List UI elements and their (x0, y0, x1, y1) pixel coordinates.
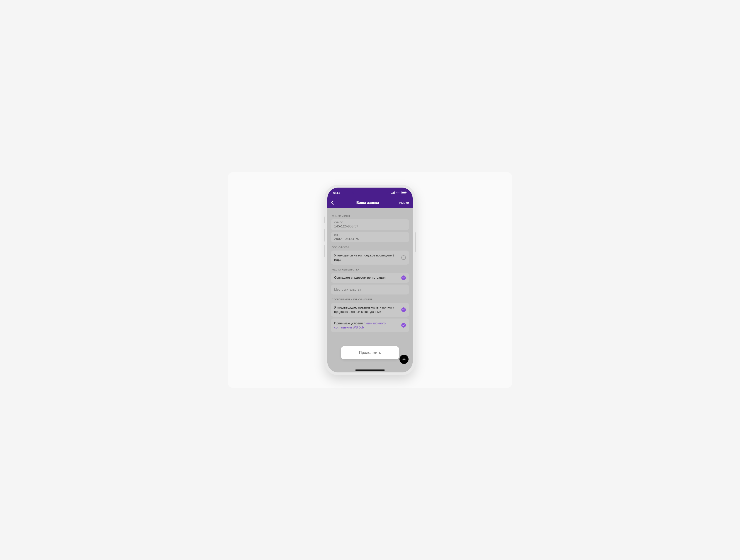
residence-same-text: Совпадает с адресом регистрации (334, 275, 385, 280)
inn-label: ИНН (334, 234, 406, 236)
license-text: Принимаю условия лицензионного соглашени… (334, 321, 398, 330)
section-header-residence: МЕСТО ЖИТЕЛЬСТВА (332, 268, 408, 271)
continue-button[interactable]: Продолжить (341, 346, 399, 359)
checkbox-on-icon (401, 323, 406, 328)
checkbox-on-icon (401, 275, 406, 280)
svg-rect-5 (401, 192, 405, 194)
phone-side-button (415, 232, 416, 252)
wifi-icon (396, 191, 400, 194)
confirm-data-toggle[interactable]: Я подтверждаю правильность и полноту пре… (331, 303, 409, 317)
checkbox-off-icon (401, 255, 406, 260)
cellular-icon (391, 192, 395, 194)
battery-icon (401, 191, 407, 194)
nav-bar: Ваша заявка Выйти (328, 198, 412, 208)
phone-side-button (324, 217, 325, 223)
page-canvas: 9:41 Ваша заявка Выйти СНИЛС И ИНН СНИЛС (227, 172, 513, 388)
svg-rect-6 (406, 192, 407, 193)
back-button[interactable] (331, 201, 337, 205)
chevron-left-icon (331, 201, 334, 205)
exit-button[interactable]: Выйти (399, 201, 409, 205)
phone-screen: 9:41 Ваша заявка Выйти СНИЛС И ИНН СНИЛС (328, 188, 412, 372)
phone-side-button (324, 229, 325, 241)
phone-side-button (324, 245, 325, 257)
section-header-agreements: СОГЛАШЕНИЯ И ИНФОРМАЦИЯ (332, 298, 408, 301)
svg-rect-3 (394, 192, 395, 194)
gov-service-text: Я находился на гос. службе последние 2 г… (334, 253, 398, 262)
residence-same-toggle[interactable]: Совпадает с адресом регистрации (331, 273, 409, 283)
section-header-snils-inn: СНИЛС И ИНН (332, 215, 408, 217)
inn-value: 2502-103134-70 (334, 237, 406, 241)
gov-service-toggle[interactable]: Я находился на гос. службе последние 2 г… (331, 250, 409, 264)
inn-field[interactable]: ИНН 2502-103134-70 (331, 232, 409, 242)
svg-rect-0 (391, 193, 391, 194)
license-toggle[interactable]: Принимаю условия лицензионного соглашени… (331, 319, 409, 333)
snils-field[interactable]: СНИЛС 145-126-858 57 (331, 219, 409, 230)
page-title: Ваша заявка (356, 201, 379, 205)
status-time: 9:41 (333, 191, 340, 195)
phone-frame: 9:41 Ваша заявка Выйти СНИЛС И ИНН СНИЛС (325, 185, 415, 375)
chevron-up-icon (402, 358, 406, 360)
status-indicators (391, 191, 407, 194)
scroll-top-button[interactable] (399, 355, 408, 364)
phone-notch (352, 188, 388, 194)
snils-label: СНИЛС (334, 221, 406, 224)
residence-input[interactable]: Место жительства (331, 285, 409, 295)
confirm-data-text: Я подтверждаю правильность и полноту пре… (334, 305, 398, 314)
license-prefix: Принимаю условия (334, 321, 364, 325)
content-area: СНИЛС И ИНН СНИЛС 145-126-858 57 ИНН 250… (328, 208, 412, 372)
svg-rect-1 (392, 193, 393, 194)
checkbox-on-icon (401, 307, 406, 312)
svg-rect-2 (393, 192, 393, 194)
home-indicator (355, 369, 385, 371)
snils-value: 145-126-858 57 (334, 224, 406, 228)
section-header-gov: ГОС. СЛУЖБА (332, 246, 408, 249)
